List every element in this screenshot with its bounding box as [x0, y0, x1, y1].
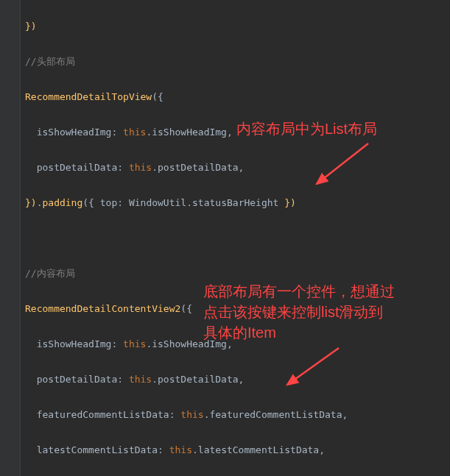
svg-line-1 — [317, 143, 368, 184]
code-editor-content[interactable]: }) //头部布局 RecommendDetailTopView({ isSho… — [25, 0, 433, 476]
comment-content: //内容布局 — [25, 268, 75, 279]
annotation-bottom: 底部布局有一个控件，想通过 点击该按键来控制list滑动到 具体的Item — [203, 281, 395, 343]
annotation-content: 内容布局中为List布局 — [236, 119, 377, 139]
annotation-arrow-2 — [280, 344, 354, 396]
call-top: RecommendDetailTopView — [25, 91, 152, 102]
comment-head: //头部布局 — [25, 56, 75, 67]
annotation-arrow-1 — [309, 140, 383, 191]
editor-gutter — [0, 0, 21, 476]
svg-line-3 — [287, 348, 339, 385]
call-content: RecommendDetailContentView2 — [25, 303, 180, 314]
